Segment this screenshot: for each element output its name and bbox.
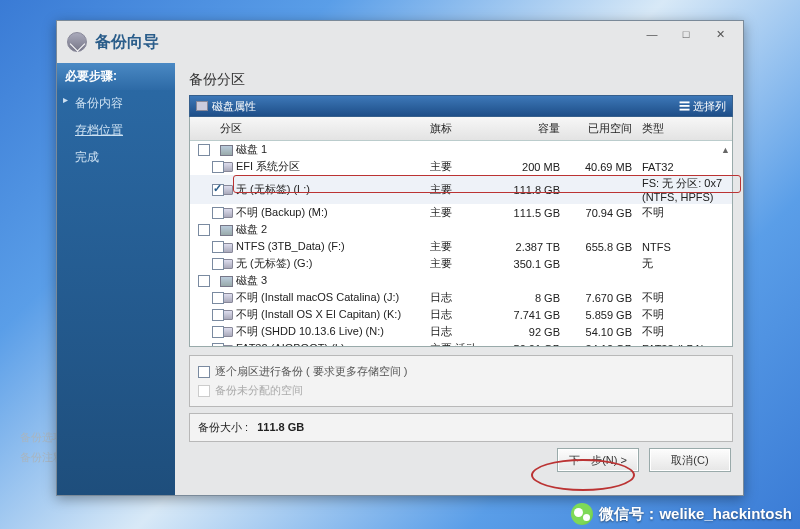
disk-icon	[196, 101, 208, 111]
partition-row[interactable]: 不明 (Install OS X El Capitan) (K:)日志7.741…	[190, 306, 732, 323]
disk-row[interactable]: 磁盘 1▲	[190, 141, 732, 158]
next-button[interactable]: 下一步(N) >	[557, 448, 639, 472]
sidebar-step-finish[interactable]: 完成	[57, 144, 175, 171]
checkbox-icon[interactable]	[198, 224, 210, 236]
col-partition[interactable]: 分区	[220, 120, 430, 137]
partition-grid[interactable]: 分区 旗标 容量 已用空间 类型 磁盘 1▲EFI 系统分区主要200 MB40…	[189, 117, 733, 347]
disk-icon	[220, 276, 233, 287]
checkbox-icon[interactable]	[212, 343, 224, 347]
sidebar: 必要步骤: 备份内容 存档位置 完成	[57, 63, 175, 495]
checkbox-icon[interactable]	[212, 161, 224, 173]
window-controls: — □ ✕	[635, 25, 737, 45]
partition-row[interactable]: EFI 系统分区主要200 MB40.69 MBFAT32	[190, 158, 732, 175]
checkbox-icon[interactable]	[212, 309, 224, 321]
partition-row[interactable]: 无 (无标签) (L:)主要111.8 GBFS: 无 分区: 0x7 (NTF…	[190, 175, 732, 204]
close-button[interactable]: ✕	[703, 25, 737, 45]
partition-row[interactable]: 不明 (SHDD 10.13.6 Live) (N:)日志92 GB54.10 …	[190, 323, 732, 340]
maximize-button[interactable]: □	[669, 25, 703, 45]
options-panel: 逐个扇区进行备份 ( 要求更多存储空间 ) 备份未分配的空间	[189, 355, 733, 407]
sector-backup-option[interactable]: 逐个扇区进行备份 ( 要求更多存储空间 )	[198, 362, 724, 381]
app-icon	[67, 32, 87, 52]
backup-size-value: 111.8 GB	[257, 421, 304, 433]
col-capacity[interactable]: 容量	[498, 120, 566, 137]
checkbox-icon[interactable]	[198, 275, 210, 287]
wechat-icon	[571, 503, 593, 525]
cancel-button[interactable]: 取消(C)	[649, 448, 731, 472]
checkbox-icon[interactable]	[212, 258, 224, 270]
partition-row[interactable]: FAT32 (AIOBOOT) (I:)主要 活动50.01 GB24.12 G…	[190, 340, 732, 347]
partition-row[interactable]: 不明 (Backup) (M:)主要111.5 GB70.94 GB不明	[190, 204, 732, 221]
checkbox-icon[interactable]	[212, 326, 224, 338]
disk-icon	[220, 145, 233, 156]
wizard-window: — □ ✕ 备份向导 必要步骤: 备份内容 存档位置 完成 备份分区 磁盘属性 …	[56, 20, 744, 496]
main-panel: 备份分区 磁盘属性 ☰ 选择列 分区 旗标 容量 已用空间 类型 磁盘 1▲EF…	[175, 63, 743, 495]
minimize-button[interactable]: —	[635, 25, 669, 45]
col-type[interactable]: 类型	[638, 120, 732, 137]
col-used[interactable]: 已用空间	[566, 120, 638, 137]
checkbox-icon[interactable]	[212, 184, 224, 196]
checkbox-icon[interactable]	[198, 366, 210, 378]
select-columns-button[interactable]: ☰ 选择列	[679, 99, 726, 114]
col-flag[interactable]: 旗标	[430, 120, 498, 137]
disk-panel-header: 磁盘属性 ☰ 选择列	[189, 95, 733, 117]
sidebar-header: 必要步骤:	[57, 63, 175, 90]
checkbox-icon[interactable]	[212, 241, 224, 253]
disk-panel-title: 磁盘属性	[212, 99, 256, 114]
disk-row[interactable]: 磁盘 2	[190, 221, 732, 238]
checkbox-icon[interactable]	[212, 292, 224, 304]
checkbox-icon[interactable]	[212, 207, 224, 219]
watermark: 微信号：welike_hackintosh	[571, 503, 792, 525]
window-title: 备份向导	[95, 32, 159, 53]
disk-row[interactable]: 磁盘 3	[190, 272, 732, 289]
watermark-text: 微信号：welike_hackintosh	[599, 505, 792, 524]
sidebar-step-location[interactable]: 存档位置	[57, 117, 175, 144]
backup-size-line: 备份大小 : 111.8 GB	[189, 413, 733, 442]
partition-row[interactable]: 不明 (Install macOS Catalina) (J:)日志8 GB7.…	[190, 289, 732, 306]
sidebar-step-content[interactable]: 备份内容	[57, 90, 175, 117]
grid-header: 分区 旗标 容量 已用空间 类型	[190, 117, 732, 141]
partition-row[interactable]: NTFS (3TB_Data) (F:)主要2.387 TB655.8 GBNT…	[190, 238, 732, 255]
backup-size-label: 备份大小 :	[198, 421, 248, 433]
disk-icon	[220, 225, 233, 236]
checkbox-icon	[198, 385, 210, 397]
checkbox-icon[interactable]	[198, 144, 210, 156]
unallocated-backup-option[interactable]: 备份未分配的空间	[198, 381, 724, 400]
page-title: 备份分区	[189, 71, 733, 89]
partition-row[interactable]: 无 (无标签) (G:)主要350.1 GB无	[190, 255, 732, 272]
button-bar: 下一步(N) > 取消(C)	[189, 448, 733, 472]
